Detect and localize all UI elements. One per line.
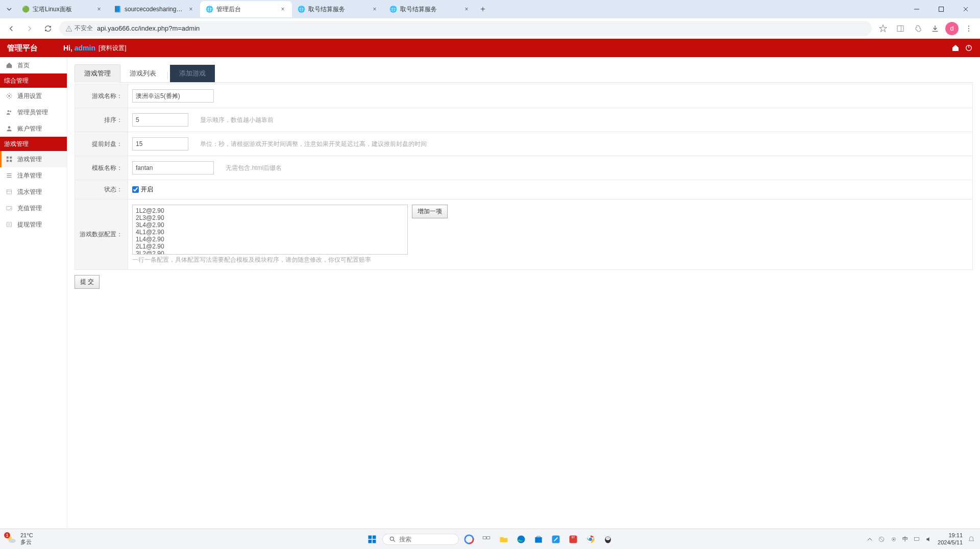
sidebar-item-label: 综合管理: [4, 77, 29, 85]
svg-rect-15: [7, 157, 9, 159]
sort-hint: 显示顺序，数值越小越靠前: [200, 116, 274, 123]
profile-avatar[interactable]: d: [945, 22, 959, 35]
browser-tab-4[interactable]: 🌐 取号结算服务 ×: [384, 1, 476, 17]
browser-tab-2[interactable]: 🌐 管理后台 ×: [200, 1, 292, 17]
user-icon: [5, 124, 13, 133]
menu-icon[interactable]: [962, 21, 976, 36]
svg-rect-16: [10, 157, 12, 159]
label-config: 游戏数据配置：: [75, 199, 128, 270]
platform-name: 管理平台: [7, 43, 38, 53]
sidebar-section-game[interactable]: 游戏管理: [0, 137, 67, 151]
browser-tab-0[interactable]: 🟢 宝塔Linux面板 ×: [16, 1, 108, 17]
svg-point-13: [10, 111, 11, 112]
sort-input[interactable]: [132, 113, 188, 127]
withdraw-icon: [5, 220, 13, 229]
game-name-input[interactable]: [132, 89, 214, 103]
flow-icon: [5, 188, 13, 196]
template-hint: 无需包含.html后缀名: [226, 164, 282, 171]
tab-title: 取号结算服务: [308, 5, 368, 14]
back-button[interactable]: [4, 21, 18, 36]
svg-point-7: [968, 28, 969, 29]
svg-rect-26: [7, 222, 11, 227]
close-icon[interactable]: ×: [187, 5, 195, 13]
sidebar-item-label: 充值管理: [17, 204, 42, 213]
template-input[interactable]: [132, 161, 214, 174]
reload-button[interactable]: [41, 21, 55, 36]
game-form: 游戏名称： 排序： 显示顺序，数值越小越靠前 提前封盘： 单位：秒，请根据游戏开…: [75, 84, 973, 270]
sidebar-item-label: 游戏管理: [17, 155, 42, 164]
close-icon[interactable]: ×: [371, 5, 379, 13]
sidebar-section-general[interactable]: 综合管理: [0, 73, 67, 88]
browser-tab-3[interactable]: 🌐 取号结算服务 ×: [292, 1, 384, 17]
sidebar-item-settings[interactable]: 通用设置: [0, 88, 67, 104]
svg-point-14: [8, 126, 11, 129]
security-warning-icon[interactable]: 不安全: [65, 24, 93, 33]
close-icon[interactable]: ×: [279, 5, 287, 13]
home-icon[interactable]: [951, 44, 960, 52]
config-hint: 一行一条配置，具体配置写法需要配合模板及模块程序，请勿随意修改，你仅可配置赔率: [132, 256, 968, 264]
url-text: api.yao666.cc/index.php?m=admin: [97, 24, 200, 32]
status-checkbox[interactable]: [132, 186, 139, 193]
label-sort: 排序：: [75, 108, 128, 132]
tab-title: 管理后台: [216, 5, 276, 14]
close-icon[interactable]: ×: [462, 5, 471, 13]
tab-game-mgmt[interactable]: 游戏管理: [75, 64, 120, 83]
svg-rect-17: [7, 160, 9, 162]
close-window-button[interactable]: [955, 2, 976, 16]
add-item-button[interactable]: 增加一项: [412, 205, 448, 218]
label-status: 状态：: [75, 180, 128, 199]
greeting: Hi, admin: [63, 44, 95, 52]
sidebar-item-flow[interactable]: 流水管理: [0, 184, 67, 200]
svg-point-8: [968, 30, 969, 31]
browser-tab-1[interactable]: 📘 sourcecodesharing --source… ×: [108, 1, 200, 17]
list-icon: [5, 171, 13, 180]
new-tab-button[interactable]: +: [476, 2, 490, 16]
tab-list-dropdown[interactable]: [2, 2, 16, 16]
svg-point-3: [69, 30, 69, 31]
svg-point-25: [10, 208, 11, 209]
favicon: 🌐: [297, 5, 305, 13]
submit-button[interactable]: 提 交: [75, 275, 100, 289]
favicon: 🟢: [21, 5, 30, 13]
svg-rect-4: [897, 26, 903, 31]
sidebar-item-label: 通用设置: [17, 92, 42, 101]
downloads-icon[interactable]: [928, 21, 942, 36]
favicon: 🌐: [389, 5, 397, 13]
sidebar-item-label: 游戏管理: [4, 140, 29, 148]
status-checkbox-label: 开启: [141, 185, 153, 194]
sidebar-item-accounts[interactable]: 账户管理: [0, 120, 67, 137]
panel-icon[interactable]: [893, 21, 908, 36]
svg-rect-1: [939, 7, 944, 12]
power-icon[interactable]: [965, 44, 973, 52]
presale-input[interactable]: [132, 137, 188, 151]
tab-title: sourcecodesharing --source…: [125, 6, 184, 13]
svg-point-6: [968, 26, 969, 27]
tab-title: 取号结算服务: [400, 5, 459, 14]
sidebar-item-bets[interactable]: 注单管理: [0, 167, 67, 184]
status-checkbox-wrap[interactable]: 开启: [132, 185, 968, 194]
forward-button[interactable]: [22, 21, 37, 36]
bookmark-icon[interactable]: [876, 21, 890, 36]
url-input[interactable]: 不安全 api.yao666.cc/index.php?m=admin: [59, 21, 872, 36]
tab-add-game[interactable]: 添加游戏: [170, 65, 215, 82]
sidebar-item-label: 管理员管理: [17, 108, 48, 117]
admin-header: 管理平台 Hi, admin [资料设置]: [0, 39, 980, 57]
tab-title: 宝塔Linux面板: [33, 5, 92, 14]
config-textarea[interactable]: [132, 205, 408, 255]
close-icon[interactable]: ×: [95, 5, 103, 13]
sidebar-item-recharge[interactable]: 充值管理: [0, 200, 67, 216]
extensions-icon[interactable]: [911, 21, 925, 36]
sidebar-item-game-mgmt[interactable]: 游戏管理: [0, 151, 67, 167]
favicon: 📘: [113, 5, 121, 13]
home-icon: [5, 61, 13, 69]
maximize-button[interactable]: [931, 2, 951, 16]
profile-settings-link[interactable]: [资料设置]: [99, 44, 127, 53]
sidebar-item-label: 流水管理: [17, 188, 42, 196]
sidebar-item-withdraw[interactable]: 提现管理: [0, 216, 67, 233]
sidebar-item-home[interactable]: 首页: [0, 57, 67, 73]
sidebar-item-admins[interactable]: 管理员管理: [0, 104, 67, 120]
minimize-button[interactable]: [906, 2, 927, 16]
svg-point-11: [8, 95, 10, 97]
tab-game-list[interactable]: 游戏列表: [120, 65, 165, 82]
label-presale: 提前封盘：: [75, 132, 128, 156]
